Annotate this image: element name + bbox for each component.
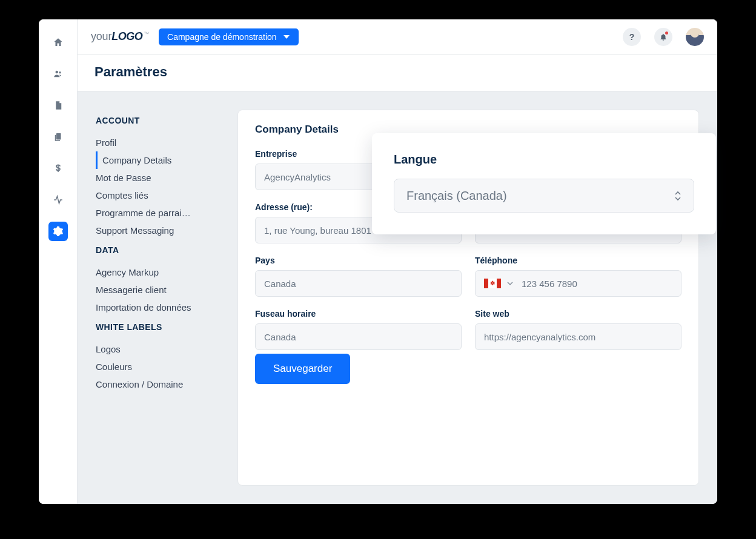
gear-icon: [53, 226, 64, 237]
field-country: Pays Canada: [255, 256, 462, 297]
nav-copy[interactable]: [48, 127, 68, 147]
dollar-icon: [53, 163, 64, 174]
field-timezone: Fuseau horaire Canada: [255, 309, 462, 350]
topbar: yourLOGO™ Campagne de démonstration ?: [78, 19, 717, 55]
language-selected-value: Français (Canada): [406, 189, 507, 203]
nav-users[interactable]: [48, 64, 68, 84]
app-window: yourLOGO™ Campagne de démonstration ? Pa…: [39, 19, 717, 504]
input-country[interactable]: Canada: [255, 270, 462, 297]
field-phone: Téléphone ✽ 123 456 7890: [475, 256, 681, 297]
input-website[interactable]: https://agencyanalytics.com: [475, 323, 681, 350]
side-heading-account: ACCOUNT: [96, 116, 223, 125]
nav-documents[interactable]: [48, 96, 68, 115]
input-timezone[interactable]: Canada: [255, 323, 462, 350]
activity-icon: [53, 194, 64, 205]
label-phone: Téléphone: [475, 256, 681, 265]
side-link-profil[interactable]: Profil: [96, 134, 223, 151]
save-button[interactable]: Sauvegarder: [255, 354, 350, 384]
chevron-down-icon: [507, 280, 513, 286]
svg-point-1: [59, 71, 61, 73]
notification-dot: [665, 31, 668, 35]
value-phone: 123 456 7890: [522, 279, 672, 289]
chevron-down-icon: [283, 33, 290, 41]
nav-rail: [39, 19, 78, 504]
side-link-logos[interactable]: Logos: [96, 340, 223, 358]
svg-point-0: [55, 71, 58, 74]
nav-billing[interactable]: [48, 159, 68, 178]
canada-flag-icon: ✽: [484, 279, 501, 288]
help-button[interactable]: ?: [623, 28, 641, 46]
settings-sidebar: ACCOUNT Profil Company Details Mot de Pa…: [96, 110, 223, 486]
language-popover: Langue Français (Canada): [372, 133, 716, 234]
nav-home[interactable]: [48, 33, 68, 52]
label-website: Site web: [475, 309, 681, 319]
page-title: Paramètres: [94, 64, 700, 80]
main-column: yourLOGO™ Campagne de démonstration ? Pa…: [78, 19, 717, 504]
side-link-password[interactable]: Mot de Passe: [96, 169, 223, 187]
campaign-selector[interactable]: Campagne de démonstration: [159, 28, 299, 45]
logo-bold: LOGO: [111, 30, 142, 42]
logo-prefix: your: [91, 30, 111, 42]
side-link-client-messaging[interactable]: Messagerie client: [96, 281, 223, 299]
svg-rect-4: [56, 133, 61, 140]
side-link-linked-accounts[interactable]: Comptes liés: [96, 187, 223, 204]
document-icon: [53, 100, 64, 111]
users-icon: [53, 68, 64, 79]
side-heading-data: DATA: [96, 245, 223, 255]
campaign-label: Campagne de démonstration: [167, 32, 277, 42]
nav-settings[interactable]: [48, 222, 68, 241]
side-heading-whitelabels: WHITE LABELS: [96, 322, 223, 332]
side-link-data-import[interactable]: Importation de données: [96, 299, 223, 316]
side-link-referral[interactable]: Programme de parrai…: [96, 204, 223, 222]
label-timezone: Fuseau horaire: [255, 309, 462, 319]
notifications-button[interactable]: [654, 28, 672, 46]
input-phone[interactable]: ✽ 123 456 7890: [475, 270, 681, 297]
brand-logo: yourLOGO™: [91, 30, 149, 43]
side-link-colors[interactable]: Couleurs: [96, 358, 223, 375]
select-chevrons-icon: [674, 191, 681, 201]
svg-rect-2: [57, 106, 60, 107]
logo-tm: ™: [144, 31, 149, 37]
home-icon: [53, 37, 64, 48]
svg-rect-3: [57, 108, 60, 109]
value-timezone: Canada: [264, 332, 453, 342]
field-website: Site web https://agencyanalytics.com: [475, 309, 681, 350]
page-title-bar: Paramètres: [78, 55, 717, 91]
copy-icon: [53, 131, 64, 142]
nav-activity[interactable]: [48, 190, 68, 210]
value-website: https://agencyanalytics.com: [484, 332, 672, 342]
label-country: Pays: [255, 256, 462, 265]
user-avatar[interactable]: [686, 28, 704, 46]
side-link-domain[interactable]: Connexion / Domaine: [96, 375, 223, 393]
side-link-company-details[interactable]: Company Details: [96, 151, 223, 169]
side-link-support-messaging[interactable]: Support Messaging: [96, 222, 223, 239]
avatar-icon: [691, 29, 699, 38]
value-country: Canada: [264, 279, 453, 289]
language-select[interactable]: Français (Canada): [394, 179, 694, 213]
side-link-agency-markup[interactable]: Agency Markup: [96, 263, 223, 281]
help-glyph: ?: [629, 32, 635, 42]
language-popover-title: Langue: [394, 153, 694, 167]
